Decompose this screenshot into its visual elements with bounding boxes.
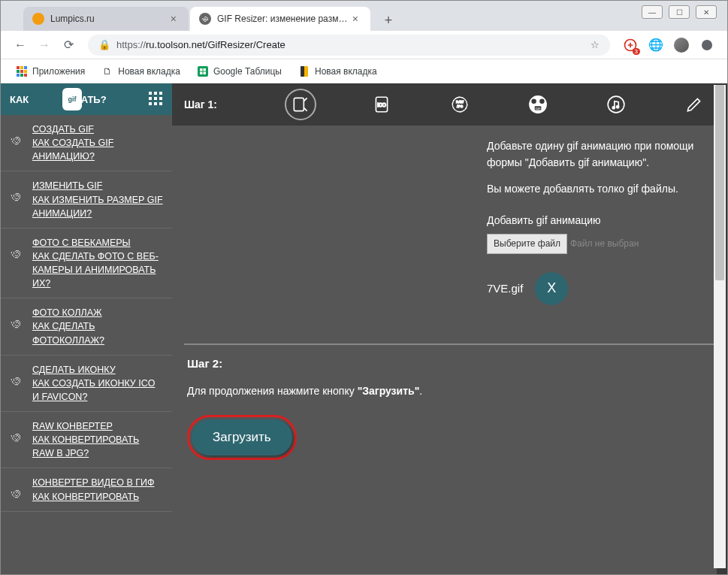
spiral-icon: ౷	[10, 316, 25, 332]
svg-rect-21	[149, 97, 152, 100]
svg-rect-1	[17, 66, 20, 69]
close-window-button[interactable]: ✕	[696, 5, 717, 19]
sidebar-link-title[interactable]: ФОТО С ВЕБКАМЕРЫ	[32, 236, 163, 250]
sidebar-link-sub[interactable]: КАК СОЗДАТЬ ИКОНКУ ICO И FAVICON?	[32, 377, 163, 404]
sidebar-link-sub[interactable]: КАК СДЕЛАТЬ ФОТО С ВЕБ-КАМЕРЫ И АНИМИРОВ…	[32, 250, 163, 290]
svg-point-35	[539, 98, 545, 104]
sidebar-item[interactable]: ౷ ФОТО КОЛЛАЖ КАК СДЕЛАТЬ ФОТОКОЛЛАЖ?	[1, 298, 172, 355]
bookmark-apps[interactable]: Приложения	[10, 62, 91, 80]
edit-tool-icon[interactable]	[681, 92, 707, 117]
svg-rect-8	[20, 74, 23, 77]
step1-section: Добавьте одину gif анимацию при помощи ф…	[172, 126, 727, 343]
sidebar-link-title[interactable]: КОНВЕРТЕР ВИДЕО В ГИФ	[32, 476, 163, 489]
tab-gif-resizer[interactable]: ౷ GIF Resizer: изменение размера ×	[190, 7, 370, 31]
sidebar-link-title[interactable]: ИЗМЕНИТЬ GIF	[32, 179, 163, 192]
step2-desc-bold: "Загрузить"	[358, 385, 420, 397]
sidebar-link-title[interactable]: RAW КОНВЕРТЕР	[32, 419, 163, 433]
sidebar-link-title[interactable]: СОЗДАТЬ GIF	[32, 123, 163, 136]
tab-close-button[interactable]: ×	[168, 13, 180, 25]
url-prefix: https://	[116, 39, 146, 50]
sidebar-links: ФОТО КОЛЛАЖ КАК СДЕЛАТЬ ФОТОКОЛЛАЖ?	[32, 306, 163, 347]
svg-rect-15	[301, 66, 304, 77]
resize-tool-icon[interactable]	[285, 89, 316, 120]
sidebar-link-sub[interactable]: КАК СДЕЛАТЬ ФОТОКОЛЛАЖ?	[32, 319, 163, 347]
forward-button[interactable]: →	[34, 35, 55, 56]
svg-rect-24	[149, 102, 152, 105]
back-button[interactable]: ←	[10, 35, 31, 56]
remove-file-button[interactable]: X	[535, 272, 568, 305]
sidebar-item[interactable]: ౷ СОЗДАТЬ GIF КАК СОЗДАТЬ GIF АНИМАЦИЮ?	[1, 115, 172, 171]
svg-rect-3	[24, 66, 27, 69]
url-text: ru.toolson.net/GifResizer/Create	[146, 39, 285, 50]
step2-section: Шаг 2: Для продолжения нажмите кнопку "З…	[184, 343, 715, 472]
sidebar-link-sub[interactable]: КАК КОНВЕРТИРОВАТЬ	[32, 490, 163, 504]
bookmark-star-icon[interactable]: ☆	[591, 39, 600, 50]
file-name-label: 7VE.gif	[487, 280, 523, 298]
sidebar-item[interactable]: ౷ ФОТО С ВЕБКАМЕРЫ КАК СДЕЛАТЬ ФОТО С ВЕ…	[1, 228, 172, 299]
svg-rect-20	[159, 92, 162, 95]
step2-desc-post: .	[419, 385, 422, 397]
ico-tool-icon[interactable]: ICO	[369, 92, 394, 117]
address-bar[interactable]: 🔒 https://ru.toolson.net/GifResizer/Crea…	[88, 35, 610, 56]
tab-lumpics[interactable]: Lumpics.ru ×	[23, 7, 189, 31]
scrollbar-thumb[interactable]	[715, 85, 724, 280]
sidebar-item[interactable]: ౷ КОНВЕРТЕР ВИДЕО В ГИФ КАК КОНВЕРТИРОВА…	[1, 468, 172, 511]
sheets-icon	[197, 65, 209, 77]
upload-button[interactable]: Загрузить	[192, 419, 292, 455]
step1-label-toolbar: Шаг 1:	[184, 98, 217, 110]
spiral-icon: ౷	[10, 247, 25, 262]
preview-area	[187, 138, 487, 331]
bookmark-sheets[interactable]: Google Таблицы	[191, 62, 288, 80]
bookmark-label: Новая вкладка	[118, 66, 180, 77]
spiral-icon: ౷	[10, 430, 25, 446]
svg-point-39	[612, 107, 615, 109]
extension-icon[interactable]: 3	[622, 37, 639, 53]
svg-rect-25	[154, 102, 157, 105]
step2-desc-pre: Для продолжения нажмите кнопку	[187, 385, 358, 397]
upload-label: Добавить gif анимацию	[487, 212, 712, 228]
sidebar-item[interactable]: ౷ СДЕЛАТЬ ИКОНКУ КАК СОЗДАТЬ ИКОНКУ ICO …	[1, 356, 172, 412]
video-gif-tool-icon[interactable]: GIF	[525, 92, 551, 117]
sidebar-link-title[interactable]: СДЕЛАТЬ ИКОНКУ	[32, 363, 163, 377]
profile-avatar[interactable]	[673, 37, 690, 53]
music-tool-icon[interactable]	[603, 92, 629, 117]
extension-badge: 3	[633, 48, 640, 55]
page-scrollbar[interactable]	[714, 85, 726, 568]
maximize-button[interactable]: ☐	[669, 5, 690, 19]
bookmark-newtab1[interactable]: 🗋 Новая вкладка	[95, 62, 186, 80]
sidebar-links: СОЗДАТЬ GIF КАК СОЗДАТЬ GIF АНИМАЦИЮ?	[32, 123, 163, 163]
translate-icon[interactable]: 🌐	[648, 37, 664, 53]
sidebar-link-sub[interactable]: КАК ИЗМЕНИТЬ РАЗМЕР GIF АНИМАЦИИ?	[32, 193, 163, 220]
svg-rect-23	[159, 97, 162, 100]
choose-file-button[interactable]: Выберите файл	[487, 234, 567, 254]
svg-text:ICO: ICO	[377, 102, 386, 107]
tab-favicon-icon	[32, 13, 44, 25]
bookmarks-bar: Приложения 🗋 Новая вкладка Google Таблиц…	[1, 59, 727, 83]
window-controls: — ☐ ✕	[642, 5, 717, 19]
sidebar-header[interactable]: КАК gif ЗДАТЬ?	[1, 83, 172, 115]
sidebar-item[interactable]: ౷ RAW КОНВЕРТЕР КАК КОНВЕРТИРОВАТЬ RAW В…	[1, 412, 172, 468]
sidebar-link-sub[interactable]: КАК КОНВЕРТИРОВАТЬ RAW В JPG?	[32, 433, 163, 460]
svg-rect-5	[20, 70, 23, 73]
svg-point-38	[608, 96, 624, 113]
bookmark-newtab2[interactable]: Новая вкладка	[292, 62, 383, 80]
spiral-icon: ౷	[10, 486, 25, 502]
menu-button[interactable]	[699, 37, 715, 53]
reload-button[interactable]: ⟳	[58, 35, 79, 56]
tab-close-button[interactable]: ×	[349, 13, 361, 25]
sidebar-link-title[interactable]: ФОТО КОЛЛАЖ	[32, 306, 163, 319]
grid-icon[interactable]	[148, 91, 163, 108]
minimize-button[interactable]: —	[642, 5, 663, 19]
sidebar-links: ИЗМЕНИТЬ GIF КАК ИЗМЕНИТЬ РАЗМЕР GIF АНИ…	[32, 179, 163, 219]
raw-jpg-tool-icon[interactable]: RAWJPG	[447, 92, 473, 117]
svg-rect-2	[20, 66, 23, 69]
sidebar-title-left: КАК	[10, 94, 29, 105]
page-icon: 🗋	[101, 65, 113, 77]
sidebar-item[interactable]: ౷ ИЗМЕНИТЬ GIF КАК ИЗМЕНИТЬ РАЗМЕР GIF А…	[1, 171, 172, 228]
sidebar-link-sub[interactable]: КАК СОЗДАТЬ GIF АНИМАЦИЮ?	[32, 136, 163, 163]
bookmark-label: Google Таблицы	[213, 66, 282, 77]
sidebar-links: КОНВЕРТЕР ВИДЕО В ГИФ КАК КОНВЕРТИРОВАТЬ	[32, 476, 163, 503]
sidebar-links: RAW КОНВЕРТЕР КАК КОНВЕРТИРОВАТЬ RAW В J…	[32, 419, 163, 460]
instructions-panel: Добавьте одину gif анимацию при помощи ф…	[487, 138, 712, 331]
new-tab-button[interactable]: +	[378, 10, 399, 31]
